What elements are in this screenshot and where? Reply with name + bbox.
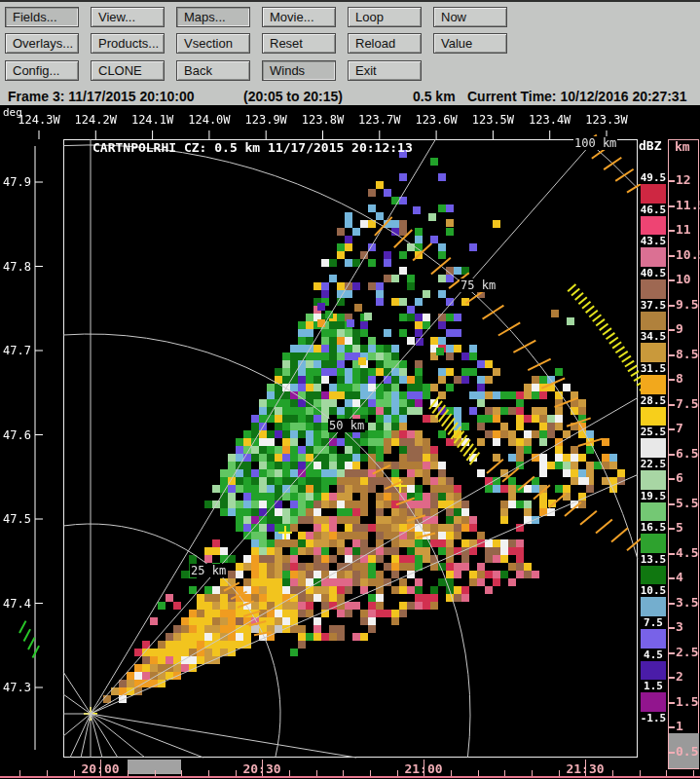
altitude-tick	[669, 702, 675, 704]
menu-button-loop[interactable]: Loop	[348, 7, 422, 27]
menu-button-reset[interactable]: Reset	[262, 33, 336, 54]
altitude-option-9km[interactable]: 9	[676, 321, 683, 336]
altitude-option-8km[interactable]: 8	[676, 371, 683, 386]
altitude-option-12km[interactable]: 12	[676, 172, 691, 187]
altitude-tick	[669, 279, 675, 281]
timeline-minor-tick	[478, 770, 479, 776]
timeline-minor-tick	[128, 770, 129, 776]
colorbar-tick-label: 25.5	[639, 426, 668, 438]
menu-button-exit[interactable]: Exit	[348, 60, 422, 81]
menu-button-products[interactable]: Products...	[91, 33, 165, 54]
altitude-tick	[669, 553, 675, 555]
colorbar-tick-label: 22.5	[639, 458, 668, 470]
menu-button-overlays[interactable]: Overlays...	[5, 33, 79, 54]
timeline-minor-tick	[612, 770, 613, 776]
lon-axis-label: 123.5W	[469, 113, 516, 127]
timeline-axis[interactable]	[0, 776, 700, 778]
colorbar-tick-label: -1.5	[639, 712, 668, 724]
timeline-minor-tick	[181, 770, 182, 776]
altitude-option-10.5km[interactable]: 10.5	[676, 247, 700, 262]
colorbar-tick-label: 1.5	[639, 680, 668, 692]
altitude-option-4.5km[interactable]: 4.5	[676, 545, 698, 560]
colorbar-title: dBZ	[639, 138, 661, 153]
colorbar-tick-label: 40.5	[639, 267, 668, 279]
altitude-tick	[669, 652, 675, 654]
timeline-minor-tick	[262, 770, 263, 776]
altitude-tick	[669, 354, 675, 356]
lon-axis-label: 123.3W	[583, 113, 630, 127]
altitude-option-5.5km[interactable]: 5.5	[676, 496, 698, 510]
lon-axis-label: 123.6W	[413, 113, 460, 127]
altitude-option-2.5km[interactable]: 2.5	[676, 645, 698, 659]
altitude-tick	[669, 726, 675, 728]
timeline-minor-tick	[397, 770, 398, 776]
altitude-option-7km[interactable]: 7	[676, 421, 683, 435]
altitude-option-3.5km[interactable]: 3.5	[676, 595, 698, 610]
range-ring-label: 75 km	[460, 278, 497, 292]
range-ring-label: 100 km	[573, 136, 617, 150]
altitude-tick	[669, 503, 675, 505]
menu-button-maps[interactable]: Maps...	[176, 7, 250, 27]
colorbar-tick-label: 43.5	[639, 235, 668, 247]
timeline-minor-tick	[289, 770, 290, 776]
menu-button-vsection[interactable]: Vsection	[176, 33, 250, 54]
altitude-option-7.5km[interactable]: 7.5	[676, 396, 698, 411]
menu-button-winds[interactable]: Winds	[262, 60, 336, 81]
lon-axis-label: 123.4W	[527, 113, 573, 127]
menu-button-fields[interactable]: Fields...	[5, 7, 79, 27]
timeline-minor-tick	[532, 770, 533, 776]
altitude-tick	[669, 627, 675, 629]
altitude-option-6km[interactable]: 6	[676, 470, 683, 485]
menu-button-movie[interactable]: Movie...	[262, 7, 336, 27]
timeline-minor-tick	[74, 770, 75, 776]
timeline-minor-tick	[236, 770, 237, 776]
menu-button-reload[interactable]: Reload	[348, 33, 422, 54]
lon-axis-label: 123.7W	[356, 113, 403, 127]
menu-button-back[interactable]: Back	[176, 60, 250, 81]
colorbar-tick-label: 4.5	[639, 649, 668, 661]
lon-axis-label: 124.0W	[186, 113, 233, 127]
menu-button-config[interactable]: Config...	[5, 60, 79, 81]
colorbar-tick-label: 37.5	[639, 299, 668, 312]
altitude-option-0.5km[interactable]: 0.5	[676, 744, 698, 759]
altitude-tick	[669, 230, 675, 232]
altitude-tick	[669, 454, 675, 456]
timeline-minor-tick	[693, 770, 694, 776]
colorbar-tick-label: 16.5	[639, 521, 668, 534]
timeline-minor-tick	[559, 770, 560, 776]
altitude-option-11km[interactable]: 11	[676, 222, 691, 237]
colorbar-tick-label: 13.5	[639, 553, 668, 566]
menu-button-clone[interactable]: CLONE	[91, 60, 165, 81]
lon-axis-label: 124.3W	[16, 113, 62, 127]
colorbar-tick-label: 34.5	[639, 330, 668, 343]
colorbar-tick-label: 28.5	[639, 394, 668, 407]
altitude-option-6.5km[interactable]: 6.5	[676, 446, 698, 461]
menu-button-now[interactable]: Now	[433, 7, 507, 27]
altitude-tick	[669, 305, 675, 307]
lon-axis-label: 124.2W	[72, 113, 119, 127]
altitude-option-10km[interactable]: 10	[676, 272, 691, 286]
display-labels-layer: CARTNPOLRHI CZ: 0.5 km 11/17/2015 20:12:…	[0, 105, 700, 779]
timeline-minor-tick	[585, 770, 586, 776]
menu-button-value[interactable]: Value	[433, 33, 507, 54]
altitude-tick	[669, 379, 675, 381]
altitude-option-1km[interactable]: 1	[676, 719, 683, 733]
radar-display-area: CARTNPOLRHI CZ: 0.5 km 11/17/2015 20:12:…	[0, 105, 700, 779]
altitude-option-4km[interactable]: 4	[676, 570, 683, 584]
altitude-option-8.5km[interactable]: 8.5	[676, 347, 698, 361]
altitude-option-1.5km[interactable]: 1.5	[676, 694, 698, 709]
altitude-option-11.5km[interactable]: 11.5	[676, 198, 700, 212]
lon-axis-label: 124.1W	[129, 113, 176, 127]
timeline-minor-tick	[208, 770, 209, 776]
altitude-option-5km[interactable]: 5	[676, 520, 683, 535]
altitude-option-2km[interactable]: 2	[676, 669, 683, 684]
timeline-minor-tick	[666, 770, 667, 776]
colorbar-tick-label: 31.5	[639, 362, 668, 375]
altitude-option-3km[interactable]: 3	[676, 619, 683, 634]
altitude-option-9.5km[interactable]: 9.5	[676, 297, 698, 312]
timeline-minor-tick	[47, 770, 48, 776]
menu-button-view[interactable]: View...	[91, 7, 165, 27]
range-ring-label: 25 km	[190, 564, 227, 577]
current-time-label: Current Time: 10/12/2016 20:27:31	[467, 89, 686, 104]
timeline-minor-tick	[316, 770, 317, 776]
